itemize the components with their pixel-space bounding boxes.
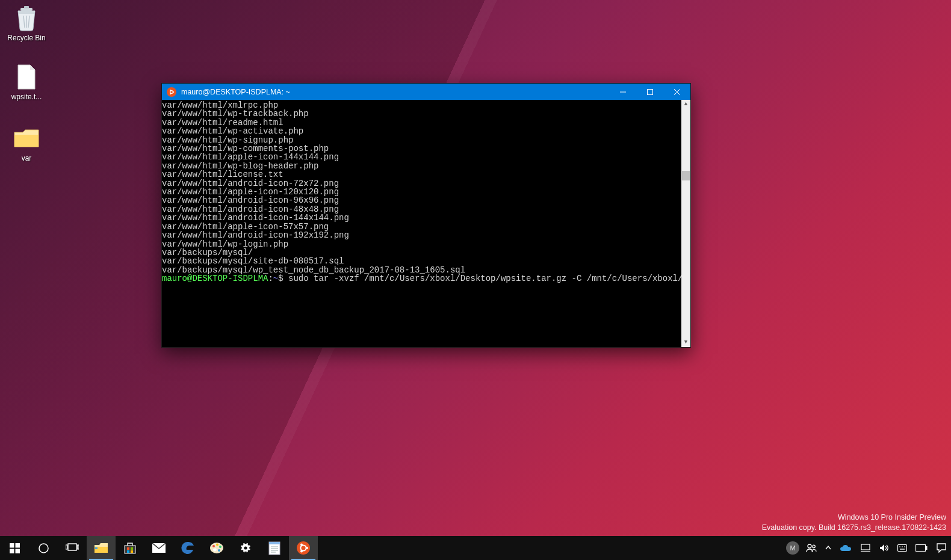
terminal-output-line: var/www/html/wp-trackback.php (162, 109, 681, 118)
titlebar[interactable]: mauro@DESKTOP-ISDPLMA: ~ (162, 84, 690, 100)
terminal-output-line: var/www/html/android-icon-96x96.png (162, 196, 681, 205)
svg-rect-16 (68, 544, 76, 550)
scroll-down-icon[interactable]: ▼ (681, 338, 690, 347)
edge-button[interactable] (173, 536, 202, 560)
terminal-output-line: var/www/html/android-icon-192x192.png (162, 231, 681, 239)
chevron-up-icon (825, 545, 831, 551)
cortana-button[interactable] (29, 536, 58, 560)
terminal-output-line: var/www/html/license.txt (162, 170, 681, 179)
svg-point-41 (306, 547, 308, 549)
svg-rect-19 (95, 547, 98, 549)
store-icon (123, 541, 137, 555)
prompt-path: ~ (273, 274, 278, 283)
desktop-icon-var-folder[interactable]: var (4, 124, 49, 162)
battery-button[interactable] (911, 536, 932, 560)
svg-rect-20 (125, 546, 135, 553)
folder-icon (12, 124, 41, 153)
terminal-window: mauro@DESKTOP-ISDPLMA: ~ var/www/html/xm… (161, 83, 691, 348)
svg-rect-22 (131, 547, 133, 550)
system-tray: M (784, 536, 951, 560)
file-explorer-button[interactable] (87, 536, 116, 560)
svg-point-44 (808, 544, 811, 548)
terminal-output-line: var/www/html/xmlrpc.php (162, 101, 681, 109)
svg-point-5 (170, 90, 171, 91)
svg-rect-13 (10, 549, 14, 553)
svg-rect-54 (926, 546, 928, 550)
svg-rect-1 (24, 6, 29, 8)
terminal-output-line: var/www/html/wp-activate.php (162, 127, 681, 135)
terminal-prompt-line: mauro@DESKTOP-ISDPLMA:~$ sudo tar -xvzf … (162, 274, 681, 283)
maximize-button[interactable] (636, 84, 663, 100)
file-icon (12, 63, 41, 91)
scroll-thumb[interactable] (682, 171, 690, 180)
terminal-output-line: var/www/html/wp-login.php (162, 240, 681, 248)
recycle-bin-icon (12, 4, 41, 32)
terminal-output-line: var/www/html/wp-comments-post.php (162, 144, 681, 153)
desktop-icon-wpsite-file[interactable]: wpsite.t... (4, 63, 49, 101)
svg-rect-14 (15, 549, 20, 553)
people-button[interactable] (802, 536, 821, 560)
start-button[interactable] (0, 536, 29, 560)
ime-button[interactable] (893, 536, 911, 560)
terminal-output-line: var/www/html/android-icon-72x72.png (162, 179, 681, 188)
paint-button[interactable] (202, 536, 231, 560)
gear-icon (240, 542, 252, 554)
terminal-body[interactable]: var/www/html/xmlrpc.phpvar/www/html/wp-t… (162, 100, 690, 347)
mail-icon (152, 543, 166, 553)
ubuntu-icon (297, 541, 310, 555)
notepad-button[interactable] (260, 536, 289, 560)
terminal-output-line: var/backups/mysql/ (162, 248, 681, 257)
cortana-icon (38, 543, 49, 554)
close-button[interactable] (663, 84, 690, 100)
svg-rect-48 (898, 545, 907, 552)
scroll-up-icon[interactable]: ▲ (681, 100, 690, 109)
svg-point-45 (813, 545, 816, 548)
terminal-output-line: var/www/html/apple-icon-120x120.png (162, 188, 681, 196)
svg-rect-18 (78, 545, 79, 549)
watermark-line1: Windows 10 Pro Insider Preview (762, 512, 946, 523)
user-badge[interactable]: M (786, 541, 799, 555)
terminal-output-line: var/backups/mysql/site-db-080517.sql (162, 257, 681, 265)
svg-rect-8 (647, 89, 652, 94)
people-icon (806, 543, 817, 553)
svg-point-4 (173, 91, 174, 92)
svg-point-42 (300, 544, 303, 546)
terminal-output-line: var/www/html/apple-icon-57x57.png (162, 223, 681, 231)
desktop-icon-recycle-bin[interactable]: Recycle Bin (4, 4, 49, 42)
svg-rect-34 (269, 542, 280, 544)
svg-point-29 (219, 546, 221, 548)
folder-icon (94, 542, 108, 554)
action-center-icon (936, 543, 947, 553)
mail-button[interactable] (144, 536, 173, 560)
terminal-output: var/www/html/xmlrpc.phpvar/www/html/wp-t… (162, 100, 681, 347)
svg-rect-53 (916, 545, 926, 552)
store-button[interactable] (116, 536, 144, 560)
terminal-output-line: var/www/html/wp-blog-header.php (162, 162, 681, 170)
svg-point-30 (218, 549, 220, 552)
ubuntu-button[interactable] (289, 536, 318, 560)
onedrive-button[interactable] (835, 536, 856, 560)
prompt-user-host: mauro@DESKTOP-ISDPLMA (162, 274, 268, 283)
network-button[interactable] (856, 536, 875, 560)
svg-point-6 (170, 93, 171, 94)
volume-button[interactable] (875, 536, 893, 560)
minimize-button[interactable] (609, 84, 636, 100)
battery-icon (915, 544, 928, 552)
show-hidden-icons-button[interactable] (821, 536, 835, 560)
settings-button[interactable] (231, 536, 260, 560)
cloud-icon (840, 544, 852, 552)
svg-point-32 (244, 546, 247, 549)
terminal-output-line: var/www/html/wp-signup.php (162, 136, 681, 144)
taskview-button[interactable] (58, 536, 87, 560)
svg-rect-24 (131, 550, 133, 553)
volume-icon (879, 543, 889, 553)
desktop-icon-label: wpsite.t... (11, 93, 42, 101)
ubuntu-icon (167, 87, 176, 97)
windows-logo-icon (10, 543, 20, 553)
taskbar: M (0, 536, 951, 560)
terminal-output-line: var/backups/mysql/wp_test_node_db_backup… (162, 266, 681, 274)
palette-icon (209, 541, 224, 555)
scrollbar[interactable]: ▲ ▼ (681, 100, 690, 347)
taskview-icon (66, 543, 79, 553)
action-center-button[interactable] (932, 536, 951, 560)
